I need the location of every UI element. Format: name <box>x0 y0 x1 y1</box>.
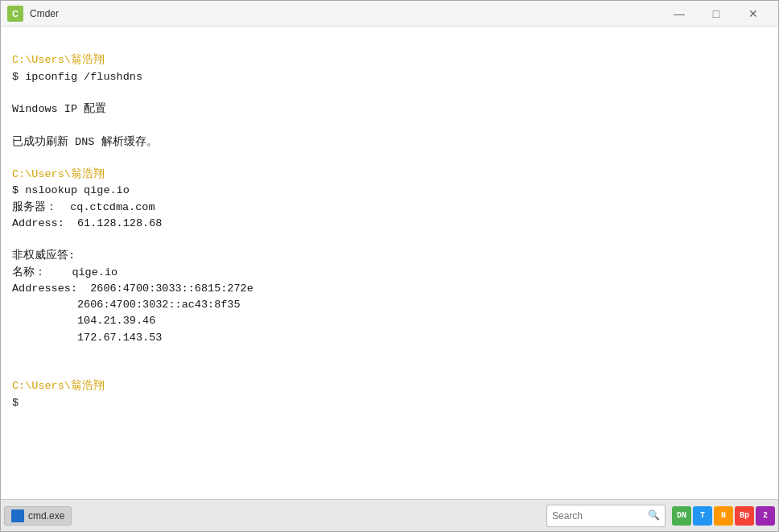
window-controls: — □ ✕ <box>661 1 772 27</box>
app-icon: C <box>7 6 23 22</box>
taskbar: cmd.exe 🔍 DN T N Bp 2 <box>1 499 778 531</box>
output-addr3: 104.21.39.46 <box>12 313 767 329</box>
search-input[interactable] <box>552 510 645 522</box>
line-blank-5 <box>12 346 767 362</box>
output-dns-flush: 已成功刷新 DNS 解析缓存。 <box>12 134 767 151</box>
output-addr1: Addresses: 2606:4700:3033::6815:272e <box>12 281 767 297</box>
output-address: Address: 61.128.128.68 <box>12 216 767 232</box>
line-blank-2 <box>12 118 767 134</box>
prompt-path-2: C:\Users\翁浩翔 <box>12 167 767 183</box>
output-non-auth: 非权威应答: <box>12 248 767 264</box>
title-bar: C Cmder — □ ✕ <box>1 1 778 27</box>
tray-icon-2[interactable]: 2 <box>756 506 775 526</box>
output-server: 服务器： cq.ctcdma.com <box>12 200 767 216</box>
search-icon[interactable]: 🔍 <box>648 509 660 522</box>
tray-icon-t[interactable]: T <box>693 506 712 526</box>
window-title: Cmder <box>30 8 661 19</box>
tray-icon-n[interactable]: N <box>714 506 733 526</box>
maximize-button[interactable]: □ <box>698 1 735 27</box>
output-windows-ip: Windows IP 配置 <box>12 101 767 118</box>
line-blank-3 <box>12 151 767 167</box>
cmd-line-2: $ nslookup qige.io <box>12 183 767 199</box>
tray-icon-dn[interactable]: DN <box>672 506 691 526</box>
cmd-line-3: $ <box>12 395 767 411</box>
output-name: 名称： qige.io <box>12 265 767 281</box>
main-window: C Cmder — □ ✕ C:\Users\翁浩翔 $ ipconfig /f… <box>0 0 779 532</box>
taskbar-item-label: cmd.exe <box>28 510 64 522</box>
line-blank-1 <box>12 85 767 101</box>
search-box[interactable]: 🔍 <box>546 505 666 527</box>
cmd-icon <box>11 509 24 522</box>
line-blank-4 <box>12 232 767 248</box>
line-1 <box>12 36 767 52</box>
output-addr2: 2606:4700:3032::ac43:8f35 <box>12 297 767 313</box>
prompt-path-3: C:\Users\翁浩翔 <box>12 378 767 394</box>
prompt-path-1: C:\Users\翁浩翔 <box>12 52 767 68</box>
tray-icons: DN T N Bp 2 <box>672 506 775 526</box>
taskbar-cmd-item[interactable]: cmd.exe <box>4 506 72 526</box>
minimize-button[interactable]: — <box>661 1 698 27</box>
output-addr4: 172.67.143.53 <box>12 330 767 346</box>
close-button[interactable]: ✕ <box>735 1 772 27</box>
line-blank-6 <box>12 362 767 378</box>
terminal-output[interactable]: C:\Users\翁浩翔 $ ipconfig /flushdns Window… <box>1 27 778 499</box>
tray-icon-bp[interactable]: Bp <box>735 506 754 526</box>
cmd-line-1: $ ipconfig /flushdns <box>12 69 767 85</box>
